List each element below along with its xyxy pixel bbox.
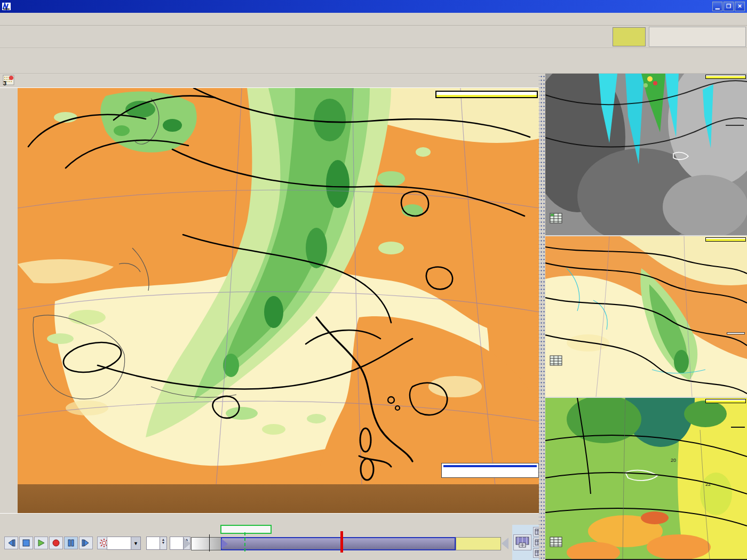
map-canvas[interactable] xyxy=(18,88,539,485)
title-bar[interactable]: ▁ ❐ ✕ xyxy=(0,0,747,13)
application-window: ▁ ❐ ✕ 3 xyxy=(0,0,747,560)
scene-500hpa[interactable] xyxy=(545,236,747,398)
main-toolbar xyxy=(0,26,747,48)
spinner-arrows[interactable]: ▲▼ xyxy=(160,537,166,549)
timeline-track[interactable] xyxy=(191,537,500,550)
timeline[interactable] xyxy=(191,525,511,560)
relf-mini-legend xyxy=(727,332,745,334)
relf-legend xyxy=(441,463,539,478)
wind-legend-unit xyxy=(726,125,744,126)
link-all-scenes-button[interactable] xyxy=(513,534,531,550)
time-step-dropdown[interactable]: ▼ xyxy=(107,537,141,550)
menu-bar xyxy=(0,13,747,26)
scene-300hpa[interactable] xyxy=(545,74,747,236)
restore-button[interactable]: ❐ xyxy=(724,2,734,11)
step-forward-button[interactable] xyxy=(79,537,93,549)
timeline-selected-range[interactable] xyxy=(221,537,456,550)
svg-text:3: 3 xyxy=(3,80,6,86)
scene-850hpa[interactable]: 20 22 xyxy=(545,398,747,559)
legend-unit xyxy=(442,469,538,473)
left-icon-sidebar xyxy=(0,88,18,525)
timeline-position-marker[interactable] xyxy=(221,539,228,549)
timeline-scroll-right[interactable] xyxy=(502,538,508,549)
wind-legend xyxy=(726,125,744,126)
layer-status-rows[interactable] xyxy=(18,484,539,513)
loop-count-value xyxy=(147,537,160,549)
reference-time-line xyxy=(209,534,210,551)
loop-count-spinner[interactable]: ▲▼ xyxy=(146,537,167,550)
step-count-value xyxy=(170,537,183,549)
map-time-label xyxy=(436,96,537,97)
play-button[interactable] xyxy=(34,537,48,549)
panel-splitter[interactable] xyxy=(539,74,545,560)
temperature-scale xyxy=(731,427,745,428)
layer-table-icon[interactable] xyxy=(550,355,563,367)
step-back-button[interactable] xyxy=(4,537,18,549)
main-weather-map[interactable] xyxy=(18,88,539,485)
selected-time-line[interactable] xyxy=(340,531,343,553)
tab-group-icon: 3 xyxy=(2,74,16,87)
layer-table-icon[interactable] xyxy=(550,213,563,225)
scene-toolbar xyxy=(0,48,747,74)
zoom-percent-button[interactable] xyxy=(613,27,646,46)
panel-time-label xyxy=(706,77,745,78)
side-scene-panels: 20 22 xyxy=(545,74,747,560)
current-time-line xyxy=(244,532,245,551)
panel-time-label xyxy=(706,402,745,403)
time-control-bar: ▼ ▲▼ ▲▼ xyxy=(0,525,545,560)
alert-panel xyxy=(649,27,746,47)
close-button[interactable]: ✕ xyxy=(735,2,745,11)
map-title-box xyxy=(435,91,538,98)
stop-button[interactable] xyxy=(19,537,33,549)
tab-bar: 3 xyxy=(0,74,539,88)
minimize-button[interactable]: ▁ xyxy=(712,2,722,11)
legend-title xyxy=(443,465,537,467)
app-logo-icon xyxy=(2,2,11,11)
timeline-future-range[interactable] xyxy=(456,537,501,550)
pause-button[interactable] xyxy=(64,537,78,549)
status-bar xyxy=(0,513,545,525)
svg-text:22: 22 xyxy=(705,482,711,487)
current-time-box xyxy=(220,525,272,534)
record-button[interactable] xyxy=(49,537,63,549)
panel-time-label xyxy=(706,240,745,241)
timeline-scroll-left[interactable] xyxy=(184,538,190,549)
dropdown-arrow-icon[interactable]: ▼ xyxy=(131,537,140,549)
layer-table-icon[interactable] xyxy=(550,537,563,548)
svg-text:20: 20 xyxy=(671,458,676,463)
